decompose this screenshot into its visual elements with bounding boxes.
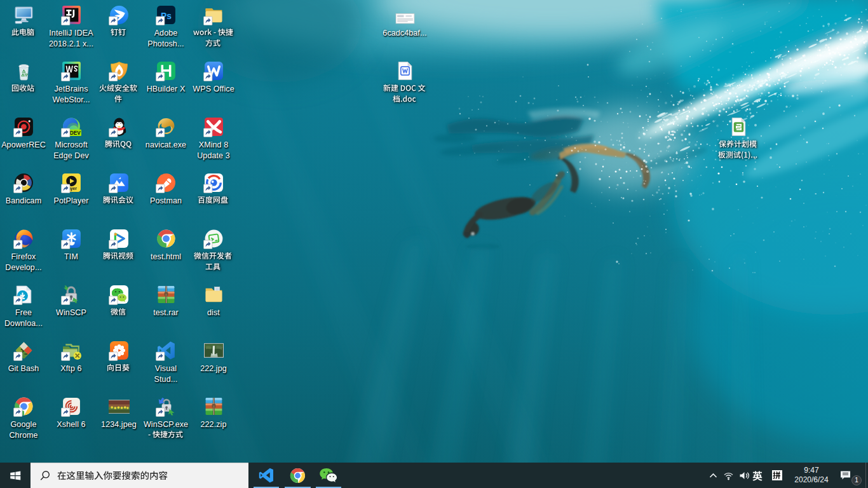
svg-text:DEV: DEV [69,130,80,136]
